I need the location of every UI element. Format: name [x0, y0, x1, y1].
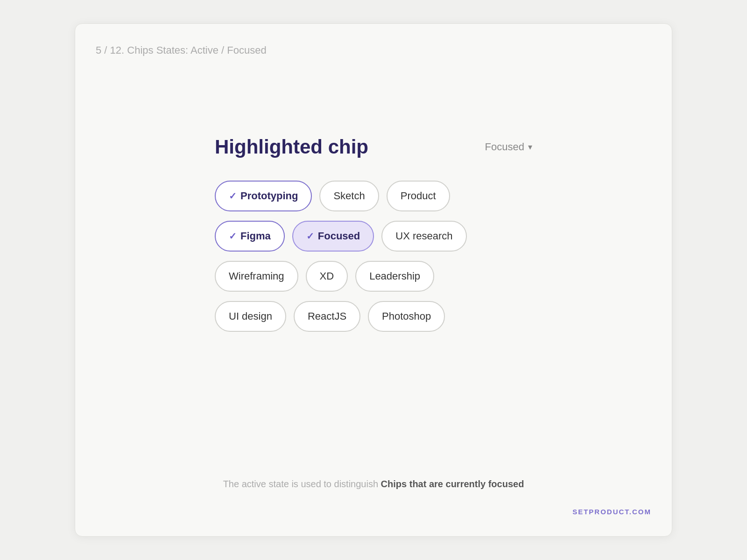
chip-photoshop[interactable]: Photoshop: [368, 301, 445, 332]
chip-label: UI design: [229, 310, 272, 322]
chips-row-4: UI design ReactJS Photoshop: [215, 301, 532, 332]
chip-focused[interactable]: ✓ Focused: [292, 221, 374, 252]
chip-label: Focused: [318, 230, 360, 242]
chips-row-1: ✓ Prototyping Sketch Product: [215, 181, 532, 211]
chip-label: Figma: [240, 230, 271, 242]
chip-label: Product: [401, 190, 436, 202]
chips-grid: ✓ Prototyping Sketch Product ✓ Figma ✓: [215, 181, 532, 332]
header-row: Highlighted chip Focused ▾: [215, 136, 532, 158]
chip-label: Leadership: [369, 270, 420, 282]
chip-sketch[interactable]: Sketch: [319, 181, 379, 211]
chip-label: Photoshop: [382, 310, 431, 322]
chip-label: XD: [320, 270, 334, 282]
breadcrumb: 5 / 12. Chips States: Active / Focused: [96, 44, 267, 56]
chips-row-3: Wireframing XD Leadership: [215, 261, 532, 292]
chip-xd[interactable]: XD: [306, 261, 348, 292]
page-title: Highlighted chip: [215, 136, 368, 158]
chip-prototyping[interactable]: ✓ Prototyping: [215, 181, 312, 211]
chip-ui-design[interactable]: UI design: [215, 301, 286, 332]
check-icon: ✓: [229, 190, 237, 202]
footer-text-bold: Chips that are currently focused: [381, 479, 524, 489]
footer-text-start: The active state is used to distinguish: [223, 479, 381, 489]
chip-label: UX research: [395, 230, 452, 242]
state-dropdown[interactable]: Focused ▾: [485, 141, 532, 153]
chip-wireframing[interactable]: Wireframing: [215, 261, 298, 292]
chip-label: Wireframing: [229, 270, 284, 282]
dropdown-label: Focused: [485, 141, 524, 153]
chip-leadership[interactable]: Leadership: [355, 261, 434, 292]
card: 5 / 12. Chips States: Active / Focused H…: [75, 23, 672, 537]
chips-row-2: ✓ Figma ✓ Focused UX research: [215, 221, 532, 252]
chip-reactjs[interactable]: ReactJS: [294, 301, 360, 332]
chip-label: ReactJS: [308, 310, 346, 322]
chip-ux-research[interactable]: UX research: [381, 221, 466, 252]
brand-label: SETPRODUCT.COM: [572, 508, 651, 516]
chip-figma[interactable]: ✓ Figma: [215, 221, 285, 252]
check-icon: ✓: [229, 231, 237, 242]
chip-label: Prototyping: [240, 190, 298, 202]
chip-product[interactable]: Product: [387, 181, 450, 211]
check-icon: ✓: [306, 231, 314, 242]
chip-label: Sketch: [333, 190, 365, 202]
content-area: Highlighted chip Focused ▾ ✓ Prototyping…: [215, 136, 532, 332]
chevron-down-icon: ▾: [528, 142, 532, 152]
footer-description: The active state is used to distinguish …: [223, 479, 524, 490]
